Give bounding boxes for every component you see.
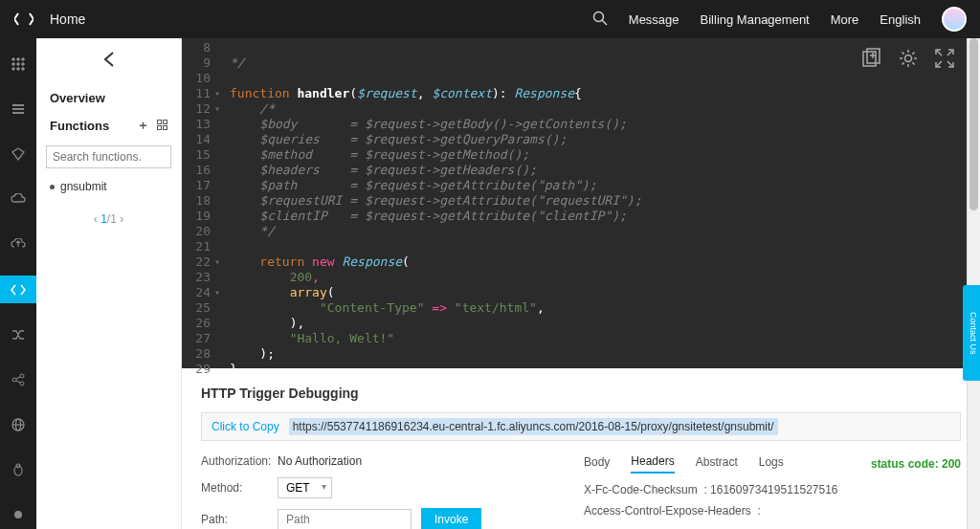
- new-file-icon[interactable]: [861, 48, 882, 72]
- nav-language[interactable]: English: [880, 12, 921, 27]
- brand-logo[interactable]: [13, 9, 34, 30]
- svg-point-3: [17, 57, 20, 60]
- status-code: status code: 200: [871, 457, 961, 471]
- svg-line-37: [947, 61, 952, 66]
- url-box: Click to Copy https://5537741186916234.e…: [201, 412, 961, 441]
- rail-grid-icon[interactable]: [0, 50, 36, 77]
- contact-tab[interactable]: Contact Us: [963, 285, 980, 381]
- tab-body[interactable]: Body: [584, 455, 610, 473]
- rail-upload-icon[interactable]: [0, 231, 36, 258]
- dot-icon: [50, 185, 55, 189]
- svg-point-5: [12, 62, 15, 65]
- pager-next[interactable]: ›: [120, 212, 123, 226]
- function-item-label: gnsubmit: [60, 180, 107, 193]
- svg-line-18: [16, 381, 20, 383]
- svg-rect-25: [158, 120, 162, 123]
- sidebar-functions[interactable]: Functions ＋: [36, 111, 181, 140]
- nav-message[interactable]: Message: [629, 12, 679, 27]
- pager-total: /1: [107, 212, 117, 226]
- svg-point-10: [22, 67, 25, 70]
- pager-current: 1: [100, 212, 107, 226]
- rail-shuffle-icon[interactable]: [0, 320, 36, 348]
- debug-title: HTTP Trigger Debugging: [201, 386, 961, 401]
- search-icon[interactable]: [592, 11, 608, 29]
- svg-point-14: [12, 378, 16, 382]
- sidebar: Overview Functions ＋ gnsubmit ‹ 1/1 ›: [36, 38, 182, 529]
- svg-line-36: [937, 61, 942, 66]
- svg-rect-27: [158, 125, 162, 129]
- expand-functions-icon[interactable]: [157, 119, 167, 133]
- rail-code-icon[interactable]: [0, 276, 36, 303]
- svg-point-6: [17, 62, 20, 65]
- path-label: Path:: [201, 513, 278, 526]
- svg-line-35: [947, 51, 952, 55]
- svg-point-2: [12, 57, 15, 60]
- copy-button[interactable]: Click to Copy: [202, 420, 289, 433]
- rail-dot-icon[interactable]: [0, 501, 36, 529]
- method-label: Method:: [201, 481, 278, 495]
- path-input[interactable]: [278, 509, 412, 529]
- svg-point-8: [12, 67, 15, 70]
- breadcrumb[interactable]: Home: [50, 11, 592, 27]
- pager: ‹ 1/1 ›: [36, 212, 181, 226]
- response-header-row: X-Fc-Code-Checksum : 1616097341951152751…: [584, 483, 961, 496]
- rail-cloud-icon[interactable]: [0, 186, 36, 213]
- back-button[interactable]: [36, 46, 181, 85]
- svg-point-4: [22, 57, 25, 60]
- rail-bug-icon[interactable]: [0, 456, 36, 484]
- svg-rect-26: [164, 120, 167, 123]
- sidebar-overview[interactable]: Overview: [36, 85, 181, 111]
- avatar[interactable]: [942, 7, 967, 32]
- svg-point-16: [20, 382, 24, 386]
- rail-diamond-icon[interactable]: [0, 140, 36, 167]
- svg-point-15: [20, 374, 24, 378]
- svg-line-17: [16, 377, 20, 379]
- tab-abstract[interactable]: Abstract: [696, 455, 738, 473]
- gear-icon[interactable]: [898, 48, 919, 72]
- rail-globe-icon[interactable]: [0, 411, 36, 439]
- svg-point-9: [17, 67, 20, 70]
- auth-value: No Authorization: [278, 454, 362, 468]
- svg-point-33: [905, 55, 912, 62]
- search-input[interactable]: [46, 145, 171, 168]
- invoke-button[interactable]: Invoke: [421, 508, 481, 529]
- rail-share-icon[interactable]: [0, 365, 36, 393]
- trigger-url[interactable]: https://5537741186916234.eu-central-1.fc…: [289, 418, 778, 435]
- tab-logs[interactable]: Logs: [759, 455, 784, 473]
- svg-rect-28: [164, 125, 167, 129]
- tab-headers[interactable]: Headers: [631, 454, 674, 474]
- response-header-row: Access-Control-Expose-Headers :: [584, 504, 961, 518]
- auth-label: Authorization:: [201, 454, 278, 468]
- svg-point-7: [22, 62, 25, 65]
- code-editor[interactable]: 8▾9▾10▾11▾12▾13▾14▾15▾16▾17▾18▾19▾20▾21▾…: [182, 38, 980, 368]
- method-select[interactable]: GET: [278, 477, 332, 498]
- fullscreen-icon[interactable]: [934, 48, 955, 72]
- vertical-scrollbar[interactable]: [967, 38, 980, 529]
- svg-point-24: [14, 511, 22, 518]
- svg-line-34: [937, 51, 942, 55]
- svg-line-1: [602, 20, 607, 25]
- sidebar-functions-label: Functions: [50, 119, 109, 133]
- rail-layers-icon[interactable]: [0, 95, 36, 122]
- nav-more[interactable]: More: [831, 12, 859, 27]
- nav-billing[interactable]: Billing Management: [701, 12, 810, 27]
- icon-rail: [0, 38, 36, 529]
- add-function-icon[interactable]: ＋: [137, 117, 149, 134]
- function-item[interactable]: gnsubmit: [36, 174, 181, 199]
